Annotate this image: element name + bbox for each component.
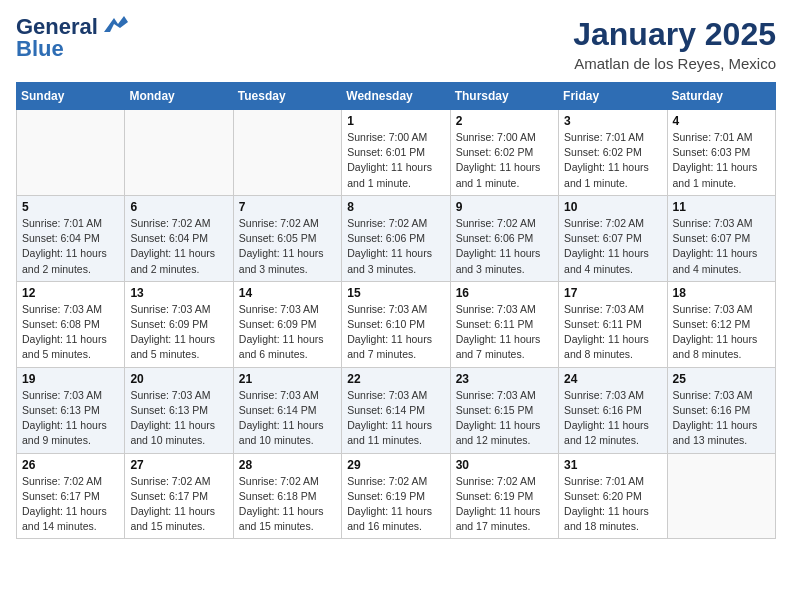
empty-cell [233, 110, 341, 196]
day-info: Sunrise: 7:03 AM Sunset: 6:11 PM Dayligh… [456, 302, 553, 363]
day-info: Sunrise: 7:01 AM Sunset: 6:04 PM Dayligh… [22, 216, 119, 277]
day-number: 31 [564, 458, 661, 472]
day-number: 7 [239, 200, 336, 214]
day-number: 5 [22, 200, 119, 214]
day-number: 22 [347, 372, 444, 386]
day-number: 6 [130, 200, 227, 214]
logo: General Blue [16, 16, 128, 60]
day-number: 23 [456, 372, 553, 386]
day-cell-16: 16Sunrise: 7:03 AM Sunset: 6:11 PM Dayli… [450, 281, 558, 367]
day-number: 29 [347, 458, 444, 472]
day-info: Sunrise: 7:02 AM Sunset: 6:17 PM Dayligh… [130, 474, 227, 535]
calendar-table: SundayMondayTuesdayWednesdayThursdayFrid… [16, 82, 776, 539]
day-cell-29: 29Sunrise: 7:02 AM Sunset: 6:19 PM Dayli… [342, 453, 450, 539]
day-number: 2 [456, 114, 553, 128]
calendar-title: January 2025 [573, 16, 776, 53]
day-number: 28 [239, 458, 336, 472]
day-info: Sunrise: 7:02 AM Sunset: 6:17 PM Dayligh… [22, 474, 119, 535]
day-number: 13 [130, 286, 227, 300]
day-cell-27: 27Sunrise: 7:02 AM Sunset: 6:17 PM Dayli… [125, 453, 233, 539]
day-info: Sunrise: 7:03 AM Sunset: 6:13 PM Dayligh… [130, 388, 227, 449]
day-info: Sunrise: 7:03 AM Sunset: 6:12 PM Dayligh… [673, 302, 770, 363]
day-info: Sunrise: 7:03 AM Sunset: 6:09 PM Dayligh… [239, 302, 336, 363]
day-info: Sunrise: 7:02 AM Sunset: 6:19 PM Dayligh… [456, 474, 553, 535]
week-row-4: 19Sunrise: 7:03 AM Sunset: 6:13 PM Dayli… [17, 367, 776, 453]
day-cell-19: 19Sunrise: 7:03 AM Sunset: 6:13 PM Dayli… [17, 367, 125, 453]
day-info: Sunrise: 7:03 AM Sunset: 6:08 PM Dayligh… [22, 302, 119, 363]
week-row-5: 26Sunrise: 7:02 AM Sunset: 6:17 PM Dayli… [17, 453, 776, 539]
day-info: Sunrise: 7:03 AM Sunset: 6:14 PM Dayligh… [347, 388, 444, 449]
day-number: 1 [347, 114, 444, 128]
day-cell-8: 8Sunrise: 7:02 AM Sunset: 6:06 PM Daylig… [342, 195, 450, 281]
day-number: 19 [22, 372, 119, 386]
day-cell-11: 11Sunrise: 7:03 AM Sunset: 6:07 PM Dayli… [667, 195, 775, 281]
day-info: Sunrise: 7:02 AM Sunset: 6:06 PM Dayligh… [347, 216, 444, 277]
day-info: Sunrise: 7:03 AM Sunset: 6:07 PM Dayligh… [673, 216, 770, 277]
title-area: January 2025 Amatlan de los Reyes, Mexic… [573, 16, 776, 72]
day-cell-9: 9Sunrise: 7:02 AM Sunset: 6:06 PM Daylig… [450, 195, 558, 281]
header-sunday: Sunday [17, 83, 125, 110]
day-info: Sunrise: 7:01 AM Sunset: 6:03 PM Dayligh… [673, 130, 770, 191]
day-cell-14: 14Sunrise: 7:03 AM Sunset: 6:09 PM Dayli… [233, 281, 341, 367]
empty-cell [125, 110, 233, 196]
header-thursday: Thursday [450, 83, 558, 110]
day-number: 3 [564, 114, 661, 128]
logo-bird-icon [100, 14, 128, 36]
logo-blue: Blue [16, 38, 64, 60]
day-info: Sunrise: 7:03 AM Sunset: 6:10 PM Dayligh… [347, 302, 444, 363]
day-number: 24 [564, 372, 661, 386]
day-info: Sunrise: 7:03 AM Sunset: 6:15 PM Dayligh… [456, 388, 553, 449]
day-cell-17: 17Sunrise: 7:03 AM Sunset: 6:11 PM Dayli… [559, 281, 667, 367]
day-cell-26: 26Sunrise: 7:02 AM Sunset: 6:17 PM Dayli… [17, 453, 125, 539]
day-cell-22: 22Sunrise: 7:03 AM Sunset: 6:14 PM Dayli… [342, 367, 450, 453]
header-monday: Monday [125, 83, 233, 110]
day-cell-18: 18Sunrise: 7:03 AM Sunset: 6:12 PM Dayli… [667, 281, 775, 367]
day-cell-24: 24Sunrise: 7:03 AM Sunset: 6:16 PM Dayli… [559, 367, 667, 453]
day-cell-4: 4Sunrise: 7:01 AM Sunset: 6:03 PM Daylig… [667, 110, 775, 196]
day-cell-6: 6Sunrise: 7:02 AM Sunset: 6:04 PM Daylig… [125, 195, 233, 281]
day-cell-25: 25Sunrise: 7:03 AM Sunset: 6:16 PM Dayli… [667, 367, 775, 453]
day-cell-7: 7Sunrise: 7:02 AM Sunset: 6:05 PM Daylig… [233, 195, 341, 281]
day-info: Sunrise: 7:02 AM Sunset: 6:04 PM Dayligh… [130, 216, 227, 277]
day-info: Sunrise: 7:00 AM Sunset: 6:01 PM Dayligh… [347, 130, 444, 191]
logo-general: General [16, 16, 98, 38]
day-number: 20 [130, 372, 227, 386]
day-number: 26 [22, 458, 119, 472]
day-cell-2: 2Sunrise: 7:00 AM Sunset: 6:02 PM Daylig… [450, 110, 558, 196]
calendar-header-row: SundayMondayTuesdayWednesdayThursdayFrid… [17, 83, 776, 110]
day-cell-15: 15Sunrise: 7:03 AM Sunset: 6:10 PM Dayli… [342, 281, 450, 367]
day-info: Sunrise: 7:02 AM Sunset: 6:07 PM Dayligh… [564, 216, 661, 277]
day-number: 8 [347, 200, 444, 214]
day-cell-5: 5Sunrise: 7:01 AM Sunset: 6:04 PM Daylig… [17, 195, 125, 281]
page-header: General Blue January 2025 Amatlan de los… [16, 16, 776, 72]
day-number: 27 [130, 458, 227, 472]
day-info: Sunrise: 7:01 AM Sunset: 6:02 PM Dayligh… [564, 130, 661, 191]
header-saturday: Saturday [667, 83, 775, 110]
day-info: Sunrise: 7:02 AM Sunset: 6:19 PM Dayligh… [347, 474, 444, 535]
day-info: Sunrise: 7:02 AM Sunset: 6:06 PM Dayligh… [456, 216, 553, 277]
day-info: Sunrise: 7:03 AM Sunset: 6:16 PM Dayligh… [564, 388, 661, 449]
day-number: 30 [456, 458, 553, 472]
day-info: Sunrise: 7:00 AM Sunset: 6:02 PM Dayligh… [456, 130, 553, 191]
day-number: 12 [22, 286, 119, 300]
svg-marker-0 [104, 16, 128, 32]
day-number: 11 [673, 200, 770, 214]
day-cell-28: 28Sunrise: 7:02 AM Sunset: 6:18 PM Dayli… [233, 453, 341, 539]
day-number: 4 [673, 114, 770, 128]
day-info: Sunrise: 7:03 AM Sunset: 6:09 PM Dayligh… [130, 302, 227, 363]
day-cell-13: 13Sunrise: 7:03 AM Sunset: 6:09 PM Dayli… [125, 281, 233, 367]
day-number: 9 [456, 200, 553, 214]
day-info: Sunrise: 7:02 AM Sunset: 6:05 PM Dayligh… [239, 216, 336, 277]
day-cell-20: 20Sunrise: 7:03 AM Sunset: 6:13 PM Dayli… [125, 367, 233, 453]
day-info: Sunrise: 7:03 AM Sunset: 6:16 PM Dayligh… [673, 388, 770, 449]
calendar-subtitle: Amatlan de los Reyes, Mexico [573, 55, 776, 72]
day-cell-12: 12Sunrise: 7:03 AM Sunset: 6:08 PM Dayli… [17, 281, 125, 367]
day-number: 16 [456, 286, 553, 300]
day-cell-10: 10Sunrise: 7:02 AM Sunset: 6:07 PM Dayli… [559, 195, 667, 281]
header-friday: Friday [559, 83, 667, 110]
day-cell-30: 30Sunrise: 7:02 AM Sunset: 6:19 PM Dayli… [450, 453, 558, 539]
header-wednesday: Wednesday [342, 83, 450, 110]
day-number: 10 [564, 200, 661, 214]
day-cell-31: 31Sunrise: 7:01 AM Sunset: 6:20 PM Dayli… [559, 453, 667, 539]
day-number: 21 [239, 372, 336, 386]
